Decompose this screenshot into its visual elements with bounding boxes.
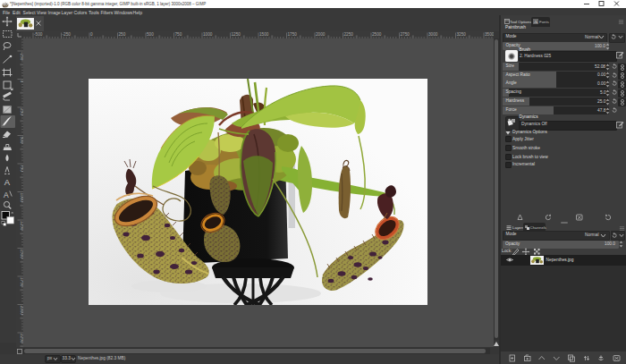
svg-text:A: A <box>4 190 9 199</box>
svg-text:0: 0 <box>90 32 93 37</box>
svg-text:3250: 3250 <box>457 32 467 37</box>
svg-text:250: 250 <box>119 32 126 37</box>
svg-text:750: 750 <box>175 32 182 37</box>
svg-text:500: 500 <box>147 32 154 37</box>
svg-text:2000: 2000 <box>316 32 326 37</box>
svg-text:A: A <box>4 177 11 187</box>
svg-text:2500: 2500 <box>372 32 382 37</box>
svg-text:-250: -250 <box>63 32 72 37</box>
svg-text:3000: 3000 <box>428 32 438 37</box>
svg-text:1750: 1750 <box>288 32 298 37</box>
svg-text:-500: -500 <box>34 32 43 37</box>
svg-text:A: A <box>534 20 537 24</box>
svg-text:1500: 1500 <box>259 32 269 37</box>
svg-text:2750: 2750 <box>401 32 410 37</box>
svg-text:2250: 2250 <box>344 32 354 37</box>
svg-text:1250: 1250 <box>232 32 241 37</box>
svg-text:1000: 1000 <box>203 32 213 37</box>
svg-text:3500: 3500 <box>485 32 494 37</box>
